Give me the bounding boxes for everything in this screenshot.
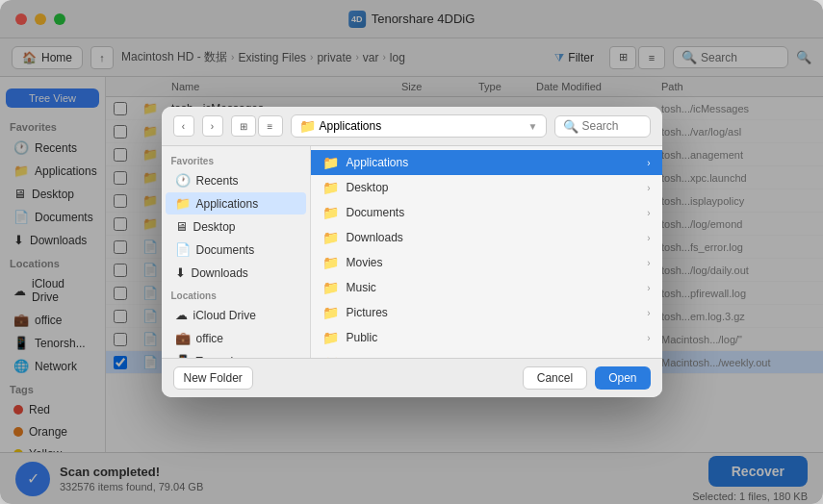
office-icon: 💼 bbox=[175, 331, 191, 345]
dialog-file-name: Movies bbox=[347, 256, 383, 269]
dialog-folder-pictures[interactable]: 📁 Pictures › bbox=[311, 300, 662, 325]
dialog-grid-view[interactable]: ⊞ bbox=[231, 115, 256, 137]
dialog-sidebar-downloads[interactable]: ⬇ Downloads bbox=[166, 262, 306, 284]
dialog-sidebar-label: Applications bbox=[196, 197, 259, 211]
dialog-body: Favorites 🕐 Recents 📁 Applications 🖥 Des… bbox=[162, 146, 662, 358]
folder-icon: 📁 bbox=[299, 118, 316, 134]
dialog-sidebar-applications[interactable]: 📁 Applications bbox=[166, 192, 306, 214]
dialog-file-name: Documents bbox=[347, 206, 405, 219]
open-dialog: ‹ › ⊞ ≡ 📁 Applications ▼ 🔍 bbox=[162, 107, 662, 397]
location-text: Applications bbox=[320, 119, 525, 133]
folder-icon: 📁 bbox=[322, 180, 339, 195]
dialog-sidebar-label: iCloud Drive bbox=[193, 309, 256, 322]
documents-icon: 📄 bbox=[175, 242, 191, 257]
dialog-file-name: Desktop bbox=[347, 181, 389, 194]
dialog-folder-music[interactable]: 📁 Music › bbox=[311, 275, 662, 300]
dialog-search-bar: 🔍 bbox=[554, 115, 651, 138]
dialog-sidebar-label: Downloads bbox=[192, 266, 248, 280]
dialog-sidebar-section-favorites: Favorites bbox=[162, 150, 310, 168]
recents-icon: 🕐 bbox=[175, 173, 191, 188]
new-folder-button[interactable]: New Folder bbox=[173, 366, 253, 390]
dialog-sidebar-label: office bbox=[196, 332, 223, 345]
dialog-view-buttons: ⊞ ≡ bbox=[231, 115, 283, 137]
chevron-right-icon: › bbox=[647, 333, 650, 343]
dialog-toolbar: ‹ › ⊞ ≡ 📁 Applications ▼ 🔍 bbox=[162, 107, 662, 146]
dialog-search-input[interactable] bbox=[582, 119, 650, 133]
dialog-list-view[interactable]: ≡ bbox=[258, 115, 283, 137]
desktop-icon: 🖥 bbox=[175, 219, 188, 234]
dialog-folder-movies[interactable]: 📁 Movies › bbox=[311, 250, 662, 275]
folder-icon: 📁 bbox=[322, 305, 339, 320]
dialog-file-name: Music bbox=[347, 281, 376, 294]
dialog-folder-applications[interactable]: 📁 Applications › bbox=[311, 150, 662, 175]
dialog-overlay: ‹ › ⊞ ≡ 📁 Applications ▼ 🔍 bbox=[0, 0, 823, 504]
dialog-file-name: Public bbox=[347, 331, 378, 344]
dialog-back-button[interactable]: ‹ bbox=[173, 115, 194, 137]
dialog-sidebar-label: Recents bbox=[196, 174, 239, 188]
dialog-file-name: Downloads bbox=[347, 231, 403, 244]
dialog-sidebar: Favorites 🕐 Recents 📁 Applications 🖥 Des… bbox=[162, 146, 311, 358]
folder-icon: 📁 bbox=[322, 155, 339, 170]
chevron-right-icon: › bbox=[647, 158, 650, 168]
dialog-actions: Cancel Open bbox=[523, 366, 651, 390]
dialog-forward-button[interactable]: › bbox=[202, 115, 223, 137]
folder-icon: 📁 bbox=[322, 230, 339, 245]
dialog-sidebar-desktop[interactable]: 🖥 Desktop bbox=[166, 215, 306, 238]
dialog-sidebar-documents[interactable]: 📄 Documents bbox=[166, 239, 306, 261]
dialog-sidebar-icloud[interactable]: ☁ iCloud Drive bbox=[166, 304, 306, 326]
cancel-button[interactable]: Cancel bbox=[523, 366, 587, 390]
icloud-icon: ☁ bbox=[175, 308, 188, 322]
main-window: 4D Tenorshare 4DDiG 🏠 Home ↑ Macintosh H… bbox=[0, 0, 823, 504]
chevron-right-icon: › bbox=[647, 283, 650, 293]
search-icon: 🔍 bbox=[563, 119, 579, 134]
dialog-sidebar-recents[interactable]: 🕐 Recents bbox=[166, 169, 306, 191]
chevron-right-icon: › bbox=[647, 208, 650, 218]
dialog-location-bar[interactable]: 📁 Applications ▼ bbox=[291, 114, 547, 138]
dialog-footer: New Folder Cancel Open bbox=[162, 358, 662, 397]
dialog-folder-desktop[interactable]: 📁 Desktop › bbox=[311, 175, 662, 200]
folder-icon: 📁 bbox=[322, 280, 339, 295]
chevron-right-icon: › bbox=[647, 183, 650, 193]
dialog-file-list: 📁 Applications › 📁 Desktop › 📁 Documents… bbox=[311, 146, 662, 358]
open-button[interactable]: Open bbox=[595, 366, 650, 390]
dialog-sidebar-label: Documents bbox=[196, 243, 255, 257]
folder-icon: 📁 bbox=[322, 255, 339, 270]
dialog-file-name: Pictures bbox=[347, 306, 388, 319]
folder-icon: 📁 bbox=[322, 330, 339, 345]
dialog-sidebar-label: Desktop bbox=[193, 220, 236, 234]
chevron-right-icon: › bbox=[647, 308, 650, 318]
dialog-sidebar-tenorshare[interactable]: 📱 Tenorsh... bbox=[166, 350, 306, 358]
applications-icon: 📁 bbox=[175, 196, 191, 211]
dialog-folder-public[interactable]: 📁 Public › bbox=[311, 325, 662, 350]
chevron-right-icon: › bbox=[647, 233, 650, 243]
downloads-icon: ⬇ bbox=[175, 265, 186, 280]
dialog-sidebar-section-locations: Locations bbox=[162, 285, 310, 303]
dialog-file-name: Applications bbox=[347, 156, 409, 169]
dialog-folder-tenorshare[interactable]: 📁 Tenorshare 4DDiG › bbox=[311, 350, 662, 358]
dialog-folder-documents[interactable]: 📁 Documents › bbox=[311, 200, 662, 225]
folder-icon: 📁 bbox=[322, 205, 339, 220]
chevron-right-icon: › bbox=[647, 258, 650, 268]
dialog-sidebar-office[interactable]: 💼 office bbox=[166, 327, 306, 349]
dropdown-arrow-icon: ▼ bbox=[528, 121, 538, 132]
dialog-folder-downloads[interactable]: 📁 Downloads › bbox=[311, 225, 662, 250]
